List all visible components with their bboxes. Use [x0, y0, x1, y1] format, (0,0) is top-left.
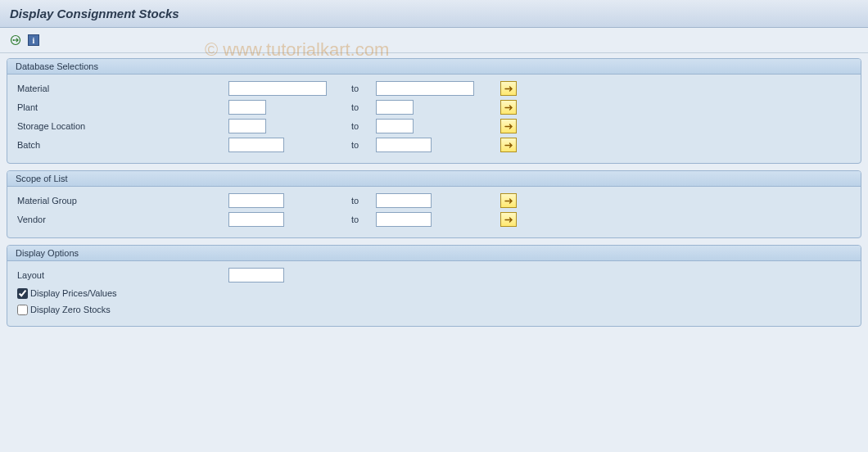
- to-label: to: [351, 215, 376, 224]
- storage-location-to-input[interactable]: [376, 119, 414, 133]
- display-zero-stocks-checkbox[interactable]: [17, 305, 28, 315]
- field-label: Plant: [16, 102, 228, 112]
- field-row-batch: Batch to: [16, 136, 852, 154]
- field-row-plant: Plant to: [16, 98, 852, 116]
- checkbox-row-prices-values: Display Prices/Values: [16, 285, 852, 301]
- execute-icon[interactable]: [8, 33, 23, 47]
- to-label: to: [351, 102, 376, 112]
- field-row-vendor: Vendor to: [16, 210, 852, 228]
- plant-from-input[interactable]: [228, 100, 266, 115]
- toolbar: i: [0, 28, 868, 53]
- checkbox-row-zero-stocks: Display Zero Stocks: [16, 301, 852, 318]
- material-from-input[interactable]: [228, 81, 327, 96]
- field-label: Material: [16, 84, 228, 93]
- checkbox-label: Display Zero Stocks: [30, 305, 111, 314]
- field-row-material: Material to: [16, 79, 852, 97]
- material-group-to-input[interactable]: [376, 193, 432, 208]
- groupbox-scope-of-list: Scope of List Material Group to Vendor t…: [7, 170, 861, 238]
- to-label: to: [351, 84, 376, 93]
- field-row-material-group: Material Group to: [16, 192, 852, 210]
- groupbox-database-selections: Database Selections Material to Plant to: [7, 58, 861, 164]
- material-to-input[interactable]: [376, 81, 474, 96]
- groupbox-header: Display Options: [7, 246, 861, 261]
- batch-from-input[interactable]: [228, 138, 284, 152]
- to-label: to: [351, 121, 376, 131]
- batch-multi-button[interactable]: [500, 138, 517, 152]
- display-prices-values-checkbox[interactable]: [17, 288, 28, 299]
- field-label: Layout: [16, 270, 228, 280]
- to-label: to: [351, 140, 376, 150]
- material-group-multi-button[interactable]: [500, 193, 517, 208]
- field-label: Storage Location: [16, 121, 228, 131]
- field-label: Material Group: [16, 196, 228, 206]
- field-label: Vendor: [16, 215, 228, 224]
- groupbox-header: Database Selections: [7, 59, 861, 75]
- info-icon[interactable]: i: [26, 33, 41, 47]
- page-title: Display Consignment Stocks: [0, 0, 868, 28]
- to-label: to: [351, 196, 376, 206]
- plant-to-input[interactable]: [376, 100, 414, 115]
- material-group-from-input[interactable]: [228, 193, 284, 208]
- field-row-storage-location: Storage Location to: [16, 117, 852, 135]
- material-multi-button[interactable]: [500, 81, 517, 96]
- vendor-multi-button[interactable]: [500, 212, 517, 227]
- plant-multi-button[interactable]: [500, 100, 517, 115]
- batch-to-input[interactable]: [376, 138, 432, 152]
- groupbox-display-options: Display Options Layout Display Prices/Va…: [7, 245, 861, 327]
- vendor-to-input[interactable]: [376, 212, 432, 227]
- storage-location-multi-button[interactable]: [500, 119, 517, 133]
- field-row-layout: Layout: [16, 266, 852, 284]
- groupbox-header: Scope of List: [7, 171, 861, 187]
- vendor-from-input[interactable]: [228, 212, 284, 227]
- field-label: Batch: [16, 140, 228, 150]
- checkbox-label: Display Prices/Values: [30, 288, 117, 298]
- storage-location-from-input[interactable]: [228, 119, 266, 133]
- layout-input[interactable]: [228, 268, 284, 282]
